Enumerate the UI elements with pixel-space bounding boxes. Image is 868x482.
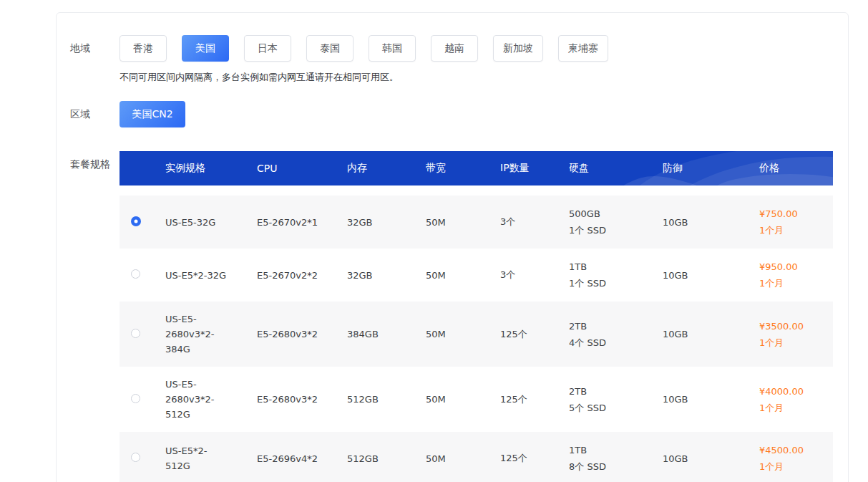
zone-row: 区域 美国CN2 <box>70 101 848 127</box>
plan-price-period: 1个月 <box>759 222 833 238</box>
plan-radio[interactable] <box>131 269 140 279</box>
plan-price: ¥4500.00 1个月 <box>759 442 833 475</box>
region-label: 地域 <box>70 35 120 62</box>
plan-name: US-E5*2-32G <box>165 268 227 283</box>
plan-price-amount: ¥4000.00 <box>759 383 833 400</box>
plan-radio[interactable] <box>131 453 140 462</box>
plan-ip-count: 3个 <box>500 269 569 281</box>
region-option-6[interactable]: 新加坡 <box>493 35 543 62</box>
table-row[interactable]: US-E5-32G E5-2670v2*1 32GB 50M 3个 500GB … <box>120 196 833 249</box>
table-row[interactable]: US-E5*2-32G E5-2670v2*2 32GB 50M 3个 1TB … <box>120 249 833 302</box>
region-option-2[interactable]: 日本 <box>244 35 291 62</box>
plan-disk: 1TB 1个 SSD <box>569 259 663 291</box>
header-col-4: IP数量 <box>500 162 569 175</box>
plan-defense: 10GB <box>663 270 759 281</box>
plan-disk: 2TB 4个 SSD <box>569 318 663 351</box>
header-col-6: 防御 <box>663 162 759 175</box>
zone-option-0[interactable]: 美国CN2 <box>120 101 185 127</box>
plan-defense: 10GB <box>663 394 759 405</box>
plan-disk: 2TB 5个 SSD <box>569 383 663 416</box>
plan-cpu: E5-2680v3*2 <box>257 329 347 339</box>
table-row[interactable]: US-E5-2680v3*2-384G E5-2680v3*2 384GB 50… <box>120 302 833 367</box>
plan-memory: 32GB <box>347 270 426 281</box>
plan-table: 实例规格CPU内存带宽IP数量硬盘防御价格 US-E5-32G E5-2670v… <box>120 151 833 482</box>
plan-bandwidth: 50M <box>426 453 500 464</box>
plan-disk-size: 1TB <box>569 442 663 458</box>
region-option-5[interactable]: 越南 <box>431 35 478 62</box>
plan-name: US-E5*2-512G <box>165 443 227 473</box>
plan-disk-size: 2TB <box>569 318 663 334</box>
plan-radio[interactable] <box>131 329 140 338</box>
plan-bandwidth: 50M <box>426 329 500 339</box>
header-col-2: 内存 <box>347 162 426 175</box>
table-row[interactable]: US-E5-2680v3*2-512G E5-2680v3*2 512GB 50… <box>120 367 833 432</box>
plan-radio[interactable] <box>131 216 141 226</box>
plan-bandwidth: 50M <box>426 217 500 228</box>
plan-cpu: E5-2670v2*2 <box>257 270 347 281</box>
plan-defense: 10GB <box>663 217 759 228</box>
plan-memory: 512GB <box>347 453 426 464</box>
plan-name: US-E5-32G <box>165 215 227 230</box>
plan-price-amount: ¥750.00 <box>759 206 833 222</box>
region-option-7[interactable]: 柬埔寨 <box>558 35 608 62</box>
plan-price-period: 1个月 <box>759 458 833 475</box>
server-config-panel: 地域 香港美国日本泰国韩国越南新加坡柬埔寨 不同可用区间内网隔离，多台实例如需内… <box>56 12 849 482</box>
table-header: 实例规格CPU内存带宽IP数量硬盘防御价格 <box>120 151 833 185</box>
plan-memory: 512GB <box>347 394 426 405</box>
plan-name: US-E5-2680v3*2-384G <box>165 312 227 357</box>
plan-defense: 10GB <box>663 329 759 339</box>
plan-bandwidth: 50M <box>426 394 500 405</box>
plan-name: US-E5-2680v3*2-512G <box>165 377 227 422</box>
plan-price-amount: ¥3500.00 <box>759 318 833 334</box>
header-col-5: 硬盘 <box>569 162 663 175</box>
plan-disk: 1TB 8个 SSD <box>569 442 663 475</box>
plan-bandwidth: 50M <box>426 270 500 281</box>
region-option-1[interactable]: 美国 <box>182 35 229 62</box>
header-col-0: 实例规格 <box>165 162 257 175</box>
region-note: 不同可用区间内网隔离，多台实例如需内网互通请开在相同可用区。 <box>120 71 848 84</box>
plan-row: 套餐规格 实例规格CPU内存带宽IP数量硬盘防御价格 US-E5-32G E5-… <box>70 151 848 482</box>
plan-price-period: 1个月 <box>759 275 833 291</box>
zone-label: 区域 <box>70 101 120 127</box>
plan-cpu: E5-2696v4*2 <box>257 453 347 464</box>
region-option-4[interactable]: 韩国 <box>369 35 416 62</box>
plan-memory: 32GB <box>347 217 426 228</box>
plan-disk: 500GB 1个 SSD <box>569 206 663 238</box>
plan-radio[interactable] <box>131 394 140 403</box>
plan-disk-type: 8个 SSD <box>569 458 663 475</box>
plan-disk-type: 4个 SSD <box>569 334 663 351</box>
plan-price-amount: ¥950.00 <box>759 259 833 275</box>
table-row[interactable]: US-E5*2-512G E5-2696v4*2 512GB 50M 125个 … <box>120 432 833 482</box>
plan-price-amount: ¥4500.00 <box>759 442 833 458</box>
plan-cpu: E5-2670v2*1 <box>257 217 347 228</box>
plan-defense: 10GB <box>663 453 759 464</box>
region-options: 香港美国日本泰国韩国越南新加坡柬埔寨 <box>120 35 848 62</box>
region-option-0[interactable]: 香港 <box>120 35 167 62</box>
plan-memory: 384GB <box>347 329 426 339</box>
region-option-3[interactable]: 泰国 <box>306 35 353 62</box>
plan-ip-count: 125个 <box>500 393 569 406</box>
plan-ip-count: 125个 <box>500 328 569 341</box>
plan-disk-type: 5个 SSD <box>569 400 663 416</box>
region-row: 地域 香港美国日本泰国韩国越南新加坡柬埔寨 不同可用区间内网隔离，多台实例如需内… <box>70 35 848 84</box>
plan-disk-size: 2TB <box>569 383 663 400</box>
plan-disk-size: 500GB <box>569 206 663 222</box>
plan-price: ¥3500.00 1个月 <box>759 318 833 351</box>
header-col-3: 带宽 <box>426 162 500 175</box>
plan-price: ¥4000.00 1个月 <box>759 383 833 416</box>
plan-price: ¥950.00 1个月 <box>759 259 833 291</box>
header-col-7: 价格 <box>759 162 833 175</box>
plan-disk-size: 1TB <box>569 259 663 275</box>
plan-price-period: 1个月 <box>759 400 833 416</box>
plan-price: ¥750.00 1个月 <box>759 206 833 238</box>
plan-label: 套餐规格 <box>70 151 120 178</box>
plan-disk-type: 1个 SSD <box>569 222 663 238</box>
plan-ip-count: 125个 <box>500 452 569 465</box>
plan-price-period: 1个月 <box>759 334 833 351</box>
zone-options: 美国CN2 <box>120 101 848 127</box>
table-body: US-E5-32G E5-2670v2*1 32GB 50M 3个 500GB … <box>120 196 833 482</box>
plan-cpu: E5-2680v3*2 <box>257 394 347 405</box>
header-col-1: CPU <box>257 163 347 174</box>
plan-ip-count: 3个 <box>500 216 569 228</box>
plan-disk-type: 1个 SSD <box>569 275 663 291</box>
